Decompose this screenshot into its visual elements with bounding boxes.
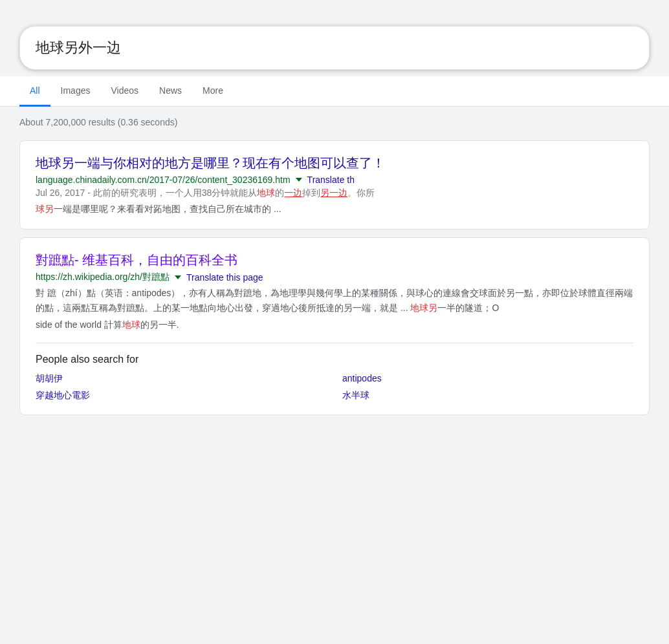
result-1-dash: - — [87, 188, 93, 198]
result-1-url: language.chinadaily.com.cn/2017-07/26/co… — [36, 175, 291, 185]
search-bar[interactable]: 地球另外一边 — [19, 26, 650, 70]
related-link-huhuy[interactable]: 胡胡伊 — [36, 373, 327, 385]
result-2-dropdown-arrow[interactable] — [175, 275, 181, 279]
result-2-url-line: https://zh.wikipedia.org/zh/對蹠點 Translat… — [36, 272, 633, 283]
result-1-url-line: language.chinadaily.com.cn/2017-07/26/co… — [36, 175, 633, 185]
result-2-title[interactable]: 對蹠點- 维基百科，自由的百科全书 — [36, 251, 633, 269]
result-1-after2: 一端是哪里呢？来看看对跖地图，查找自己所在城市的 ... — [54, 204, 281, 214]
tabs-bar: All Images Videos News More — [0, 76, 669, 107]
result-1-hl3: 另一边 — [320, 188, 347, 198]
result-1-snippet-before: 此前的研究表明，一个人用38分钟就能从 — [93, 188, 258, 198]
result-1-hl4: 球另 — [36, 204, 54, 214]
result-2-last-after: 的另一半. — [140, 319, 179, 330]
result-1-translate[interactable]: Translate th — [307, 175, 355, 185]
result-2-snippet-text: 某 — [361, 288, 370, 298]
people-also-search: People also search for 胡胡伊 antipodes 穿越地… — [36, 343, 633, 402]
related-searches-grid: 胡胡伊 antipodes 穿越地心電影 水半球 — [36, 373, 633, 402]
results-count: About 7,200,000 results (0.36 seconds) — [0, 107, 669, 133]
tab-news[interactable]: News — [149, 76, 192, 107]
result-1-dropdown-arrow[interactable] — [296, 178, 302, 182]
result-1-hl2: 一边 — [284, 188, 302, 198]
result-1-date-line: Jul 26, 2017 - 此前的研究表明，一个人用38分钟就能从地球的一边掉… — [36, 188, 633, 199]
result-1-hl1: 地球 — [257, 188, 275, 198]
result-1-text2: 掉到 — [302, 188, 320, 198]
people-also-label: People also search for — [36, 354, 633, 365]
result-card-2: 對蹠點- 维基百科，自由的百科全书 https://zh.wikipedia.o… — [19, 237, 650, 414]
result-2-last-before: side of the world 計算 — [36, 319, 122, 330]
tab-all[interactable]: All — [19, 76, 50, 107]
result-2-after-red: 一半的隧道；O — [437, 303, 499, 313]
related-link-movie[interactable]: 穿越地心電影 — [36, 390, 327, 402]
result-2-hl-red: 地球另 — [410, 303, 437, 313]
result-card-1: 地球另一端与你相对的地方是哪里？现在有个地图可以查了！ language.chi… — [19, 140, 650, 230]
result-1-mid1: 的 — [275, 188, 284, 198]
result-1-snippet-line2: 球另一端是哪里呢？来看看对跖地图，查找自己所在城市的 ... — [36, 202, 633, 216]
related-link-antipodes[interactable]: antipodes — [342, 373, 633, 385]
related-link-shuibanqiu[interactable]: 水半球 — [342, 390, 633, 402]
result-2-translate[interactable]: Translate this page — [186, 272, 263, 283]
result-1-after: 。你所 — [347, 188, 375, 198]
result-2-last-hl: 地球 — [122, 319, 140, 330]
result-2-snippet: 對 蹠（zhí）點（英语：antipodes），亦有人稱為對蹠地，為地理學與幾何… — [36, 286, 633, 315]
tab-videos[interactable]: Videos — [100, 76, 149, 107]
result-1-title[interactable]: 地球另一端与你相对的地方是哪里？现在有个地图可以查了！ — [36, 154, 633, 172]
tab-more[interactable]: More — [192, 76, 234, 107]
result-2-snippet-last: side of the world 計算地球的另一半. — [36, 317, 633, 332]
result-1-date: Jul 26, 2017 — [36, 188, 85, 198]
tab-images[interactable]: Images — [50, 76, 101, 107]
result-2-url: https://zh.wikipedia.org/zh/對蹠點 — [36, 272, 170, 283]
